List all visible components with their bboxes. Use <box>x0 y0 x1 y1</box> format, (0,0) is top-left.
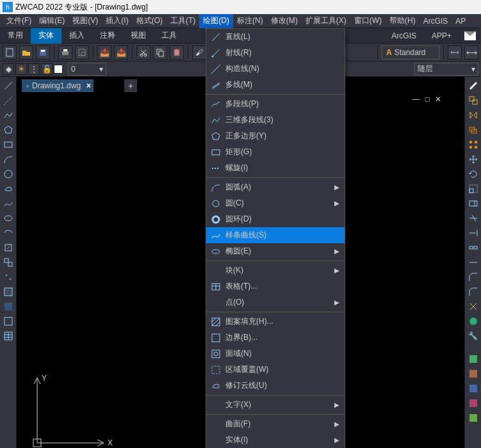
menu-item-wipeout[interactable]: 区域覆盖(W) <box>206 362 345 378</box>
break-icon[interactable] <box>467 241 480 254</box>
line-icon[interactable] <box>2 79 15 92</box>
ribbon-tab-1[interactable]: 实体 <box>31 28 61 44</box>
move-icon[interactable] <box>467 153 480 166</box>
offset-icon[interactable] <box>467 124 480 136</box>
menu-item-surface[interactable]: 曲面(F)▶ <box>206 416 345 432</box>
menu-item-donut[interactable]: 圆环(D) <box>206 211 345 227</box>
match-icon[interactable]: 🖌 <box>192 45 206 60</box>
menu-item-hatch[interactable]: 图案填充(H)... <box>206 314 345 330</box>
erase-icon[interactable] <box>467 79 480 92</box>
fillet-icon[interactable] <box>467 285 480 298</box>
extend-icon[interactable] <box>467 227 480 239</box>
block-icon[interactable] <box>2 256 15 269</box>
rect-icon[interactable] <box>2 138 15 151</box>
menu-item-spiral[interactable]: 螺旋(I) <box>206 160 345 176</box>
dim-icon[interactable] <box>448 45 462 60</box>
pline-icon[interactable] <box>2 109 15 122</box>
mail-icon[interactable] <box>464 31 476 40</box>
cut-icon[interactable] <box>136 45 151 60</box>
stretch-icon[interactable] <box>467 197 480 210</box>
palette1-icon[interactable] <box>467 353 480 365</box>
save-icon[interactable] <box>36 45 50 60</box>
menu-7[interactable]: 标注(N) <box>233 14 267 28</box>
new-tab-button[interactable]: + <box>124 79 137 92</box>
menu-item-region[interactable]: 面域(N) <box>206 346 345 362</box>
menu-item-table[interactable]: 表格(T)... <box>206 278 345 294</box>
arc-icon[interactable] <box>2 153 15 166</box>
trim-icon[interactable] <box>467 212 480 225</box>
menu-2[interactable]: 视图(V) <box>69 14 102 28</box>
palette5-icon[interactable] <box>467 412 480 424</box>
menu-item-solid[interactable]: 实体(I)▶ <box>206 432 345 448</box>
menu-item-pline[interactable]: 多段线(P) <box>206 96 345 112</box>
circle-icon[interactable] <box>2 168 15 180</box>
menu-item-polygon[interactable]: 正多边形(Y) <box>206 128 345 144</box>
menu-item-ray[interactable]: 射线(R) <box>206 45 345 61</box>
dots-icon[interactable]: ⋮ <box>28 63 40 75</box>
gradient-icon[interactable] <box>2 300 15 313</box>
draw-menu-dropdown[interactable]: 直线(L)射线(R)构造线(N)多线(M)多段线(P)三维多段线(3)正多边形(… <box>206 28 345 448</box>
layer-manager-icon[interactable]: ◆ <box>3 63 14 75</box>
minimize-icon[interactable]: — <box>412 95 420 104</box>
menu-5[interactable]: 工具(T) <box>167 14 199 28</box>
insert-icon[interactable] <box>2 241 15 254</box>
menu-item-circle[interactable]: 圆(C)▶ <box>206 195 345 211</box>
layer-dropdown[interactable]: 0▾ <box>68 63 106 76</box>
new-icon[interactable] <box>3 45 17 60</box>
ellipsearc-icon[interactable] <box>2 227 15 239</box>
menu-3[interactable]: 插入(I) <box>102 14 132 28</box>
menu-item-mline[interactable]: 多线(M) <box>206 77 345 93</box>
publish-icon[interactable]: 📤 <box>97 45 111 60</box>
spline-icon[interactable] <box>2 197 15 210</box>
close-window-icon[interactable]: ✕ <box>435 95 441 104</box>
hatch-icon[interactable] <box>2 285 15 298</box>
palette3-icon[interactable] <box>467 382 480 395</box>
scale-icon[interactable] <box>467 182 480 195</box>
menu-10[interactable]: 窗口(W) <box>350 14 386 28</box>
ribbon-tab-5[interactable]: 工具 <box>154 28 184 44</box>
palette4-icon[interactable] <box>467 397 480 410</box>
layer-right-dropdown[interactable]: 随层▾ <box>414 63 478 76</box>
explode-icon[interactable] <box>467 300 480 313</box>
menu-4[interactable]: 格式(O) <box>133 14 167 28</box>
polygon-icon[interactable] <box>2 124 15 136</box>
ribbon-tab-0[interactable]: 常用 <box>0 28 31 44</box>
dim2-icon[interactable]: ⟷ <box>464 45 478 60</box>
cline-icon[interactable] <box>2 94 15 107</box>
copy2-icon[interactable] <box>467 94 480 107</box>
tool1-icon[interactable]: 🔧 <box>467 330 480 342</box>
menu-6[interactable]: 绘图(D) <box>199 14 233 28</box>
menu-item-line[interactable]: 直线(L) <box>206 29 345 45</box>
array-icon[interactable] <box>467 138 480 151</box>
close-icon[interactable]: × <box>86 81 91 90</box>
menu-0[interactable]: 文件(F) <box>3 14 35 28</box>
menu-13[interactable]: AP <box>452 14 469 28</box>
publish2-icon[interactable]: 📤 <box>114 45 128 60</box>
menu-item-spline[interactable]: 样条曲线(S) <box>206 227 345 243</box>
sun-icon[interactable]: ☀ <box>15 63 27 75</box>
ellipse-icon[interactable] <box>2 212 15 225</box>
ribbon-tab-4[interactable]: 视图 <box>123 28 154 44</box>
rotate-icon[interactable] <box>467 168 480 180</box>
copy-icon[interactable] <box>153 45 167 60</box>
menu-bar[interactable]: 文件(F)编辑(E)视图(V)插入(I)格式(O)工具(T)绘图(D)标注(N)… <box>0 14 481 28</box>
menu-9[interactable]: 扩展工具(X) <box>302 14 350 28</box>
ribbon-tab-3[interactable]: 注释 <box>92 28 123 44</box>
revcloud-icon[interactable] <box>2 182 15 195</box>
preview-icon[interactable] <box>75 45 89 60</box>
menu-item-boundary[interactable]: 边界(B)... <box>206 330 345 346</box>
join-icon[interactable] <box>467 256 480 269</box>
palette2-icon[interactable] <box>467 367 480 380</box>
lock-icon[interactable]: 🔓 <box>41 63 53 75</box>
menu-item-arc[interactable]: 圆弧(A)▶ <box>206 179 345 195</box>
document-tab[interactable]: Drawing1.dwg × <box>22 79 94 92</box>
table-icon[interactable] <box>2 330 15 342</box>
menu-item-cline[interactable]: 构造线(N) <box>206 61 345 77</box>
menu-item-revcloud[interactable]: 修订云线(U) <box>206 378 345 394</box>
open-icon[interactable] <box>19 45 33 60</box>
ribbon-tab-2[interactable]: 插入 <box>61 28 92 44</box>
menu-12[interactable]: ArcGIS <box>420 14 452 28</box>
text-style-dropdown[interactable]: AStandard <box>382 45 439 60</box>
chamfer-icon[interactable] <box>467 271 480 284</box>
ribbon-tab-r-1[interactable]: APP+ <box>424 28 459 44</box>
